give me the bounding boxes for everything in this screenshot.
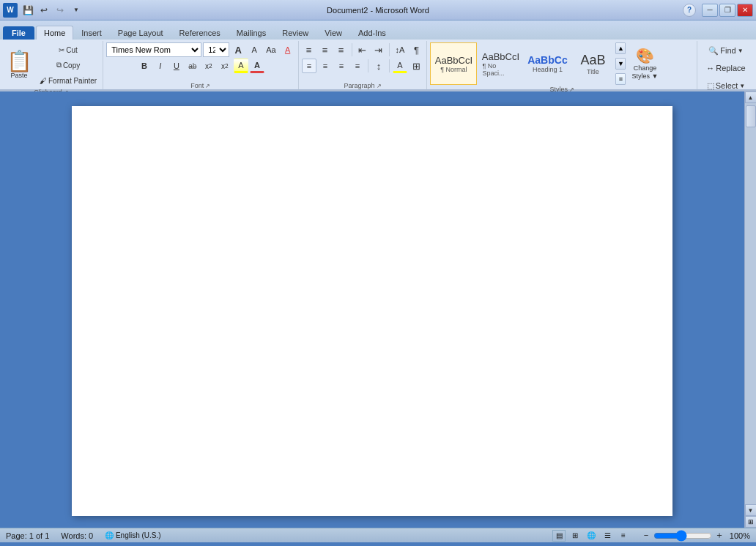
font-row2: B I U ab x2 x2 A A bbox=[137, 59, 264, 73]
strikethrough-button[interactable]: ab bbox=[185, 59, 200, 73]
zoom-slider[interactable] bbox=[653, 532, 712, 539]
underline-button[interactable]: U bbox=[169, 59, 184, 73]
decrease-font-button[interactable]: A bbox=[247, 42, 262, 57]
format-painter-button[interactable]: 🖌 Format Painter bbox=[37, 73, 100, 88]
align-right-button[interactable]: ≡ bbox=[334, 59, 349, 73]
scroll-up-button[interactable]: ▲ bbox=[745, 91, 757, 103]
justify-button[interactable]: ≡ bbox=[350, 59, 365, 73]
tab-addins[interactable]: Add-Ins bbox=[350, 26, 394, 40]
subscript-button[interactable]: x2 bbox=[201, 59, 216, 73]
scroll-corner[interactable]: ⊞ bbox=[745, 516, 757, 528]
scroll-thumb[interactable] bbox=[746, 105, 756, 127]
paste-icon: 📋 bbox=[7, 51, 32, 72]
copy-button[interactable]: ⧉ Copy bbox=[37, 58, 100, 72]
zoom-in-button[interactable]: ＋ bbox=[715, 529, 724, 542]
align-center-button[interactable]: ≡ bbox=[318, 59, 333, 73]
save-quick-button[interactable]: 💾 bbox=[21, 4, 35, 16]
draft-button[interactable]: ≡ bbox=[617, 530, 630, 542]
tab-home[interactable]: Home bbox=[36, 26, 73, 40]
tab-insert[interactable]: Insert bbox=[73, 26, 110, 40]
replace-button[interactable]: ↔ Replace bbox=[701, 60, 750, 76]
increase-indent-button[interactable]: ⇥ bbox=[371, 42, 386, 57]
find-button[interactable]: 🔍 Find ▼ bbox=[703, 42, 748, 59]
scroll-track bbox=[745, 103, 756, 504]
bold-button[interactable]: B bbox=[137, 59, 152, 73]
align-left-button[interactable]: ≡ bbox=[302, 59, 316, 73]
clipboard-secondary: ✂ Cut ⧉ Copy 🖌 Format Painter bbox=[37, 42, 100, 88]
print-layout-button[interactable]: ▤ bbox=[552, 530, 566, 542]
para-divider2 bbox=[389, 43, 390, 56]
tab-view[interactable]: View bbox=[316, 26, 350, 40]
window-controls: ? ─ ❐ ✕ bbox=[683, 4, 753, 17]
italic-button[interactable]: I bbox=[153, 59, 168, 73]
styles-scroll-up[interactable]: ▲ bbox=[615, 42, 626, 54]
numbering-button[interactable]: ≡ bbox=[318, 42, 333, 57]
document-page bbox=[72, 106, 672, 516]
help-button[interactable]: ? bbox=[683, 4, 696, 17]
font-expand-icon[interactable]: ↗ bbox=[205, 83, 210, 89]
zoom-out-button[interactable]: － bbox=[642, 529, 651, 542]
paragraph-group-body: ≡ ≡ ≡ ⇤ ⇥ ↕A ¶ ≡ ≡ ≡ ≡ ↕ bbox=[302, 42, 424, 81]
window-title: Document2 - Microsoft Word bbox=[327, 6, 429, 15]
ribbon-content: 📋 Paste ✂ Cut ⧉ Copy 🖌 Format Painter bbox=[0, 40, 756, 91]
cut-button[interactable]: ✂ Cut bbox=[37, 42, 100, 57]
vertical-scrollbar: ▲ ▼ ⊞ bbox=[744, 91, 756, 528]
redo-quick-button[interactable]: ↪ bbox=[53, 4, 67, 16]
style-normal-preview: AaBbCcI bbox=[435, 55, 472, 66]
tab-file[interactable]: File bbox=[3, 26, 34, 40]
close-button[interactable]: ✕ bbox=[737, 4, 753, 17]
change-styles-icon: 🎨 bbox=[636, 47, 654, 64]
restore-button[interactable]: ❐ bbox=[719, 4, 735, 17]
sort-button[interactable]: ↕A bbox=[393, 42, 408, 57]
text-highlight-button[interactable]: A bbox=[234, 59, 248, 73]
multilevel-button[interactable]: ≡ bbox=[334, 42, 349, 57]
line-spacing-button[interactable]: ↕ bbox=[371, 59, 386, 73]
undo-quick-button[interactable]: ↩ bbox=[37, 4, 51, 16]
quick-access-dropdown[interactable]: ▼ bbox=[69, 4, 84, 16]
web-layout-button[interactable]: 🌐 bbox=[585, 530, 598, 542]
style-title[interactable]: AaB Title bbox=[571, 42, 615, 85]
clear-format-button[interactable]: A bbox=[281, 42, 295, 57]
borders-button[interactable]: ⊞ bbox=[409, 59, 423, 73]
change-styles-button[interactable]: 🎨 ChangeStyles ▼ bbox=[626, 45, 663, 83]
tab-bar: File Home Insert Page Layout References … bbox=[0, 20, 756, 40]
paragraph-expand-icon[interactable]: ↗ bbox=[377, 83, 382, 89]
document-area[interactable] bbox=[0, 91, 744, 528]
style-normal[interactable]: AaBbCcI ¶ Normal bbox=[430, 42, 477, 85]
superscript-button[interactable]: x2 bbox=[218, 59, 232, 73]
show-marks-button[interactable]: ¶ bbox=[409, 42, 423, 57]
decrease-indent-button[interactable]: ⇤ bbox=[355, 42, 370, 57]
status-left: Page: 1 of 1 Words: 0 🌐 English (U.S.) bbox=[6, 531, 161, 540]
page-info: Page: 1 of 1 bbox=[6, 531, 49, 540]
paragraph-group-label: Paragraph ↗ bbox=[302, 81, 424, 89]
style-nospace-preview: AaBbCcI bbox=[482, 51, 519, 62]
font-family-select[interactable]: Times New Rom bbox=[106, 42, 201, 57]
styles-scroll-down[interactable]: ▼ bbox=[615, 58, 626, 70]
styles-expand[interactable]: ≡ bbox=[615, 73, 626, 85]
full-screen-button[interactable]: ⊞ bbox=[568, 530, 582, 542]
tab-mailings[interactable]: Mailings bbox=[229, 26, 274, 40]
paragraph-row2: ≡ ≡ ≡ ≡ ↕ A ⊞ bbox=[302, 59, 423, 73]
font-size-select[interactable]: 12 bbox=[203, 42, 229, 57]
styles-group: AaBbCcI ¶ Normal AaBbCcI ¶ No Spaci... A… bbox=[427, 41, 697, 89]
increase-font-button[interactable]: A bbox=[231, 42, 245, 57]
tab-pagelayout[interactable]: Page Layout bbox=[110, 26, 171, 40]
status-right: ▤ ⊞ 🌐 ☰ ≡ － ＋ 100% bbox=[552, 529, 750, 542]
outline-button[interactable]: ☰ bbox=[601, 530, 614, 542]
change-case-button[interactable]: Aa bbox=[263, 42, 278, 57]
styles-group-body: AaBbCcI ¶ Normal AaBbCcI ¶ No Spaci... A… bbox=[430, 42, 694, 85]
shading-button[interactable]: A bbox=[393, 59, 407, 73]
bullets-button[interactable]: ≡ bbox=[302, 42, 316, 57]
styles-gallery-scroll: ▲ ▼ ≡ bbox=[615, 42, 626, 85]
font-group-body: Times New Rom 12 A A Aa A B I U ab x2 bbox=[106, 42, 294, 81]
cut-icon: ✂ bbox=[59, 46, 64, 54]
paste-button[interactable]: 📋 Paste bbox=[3, 45, 35, 85]
tab-review[interactable]: Review bbox=[274, 26, 316, 40]
style-no-spacing[interactable]: AaBbCcI ¶ No Spaci... bbox=[477, 42, 524, 85]
editing-group-body: 🔍 Find ▼ ↔ Replace ⬚ Select ▼ bbox=[700, 42, 752, 94]
scroll-down-button[interactable]: ▼ bbox=[745, 504, 757, 516]
minimize-button[interactable]: ─ bbox=[702, 4, 718, 17]
font-color-button[interactable]: A bbox=[250, 59, 264, 73]
tab-references[interactable]: References bbox=[171, 26, 229, 40]
style-heading1[interactable]: AaBbCc Heading 1 bbox=[524, 42, 571, 85]
